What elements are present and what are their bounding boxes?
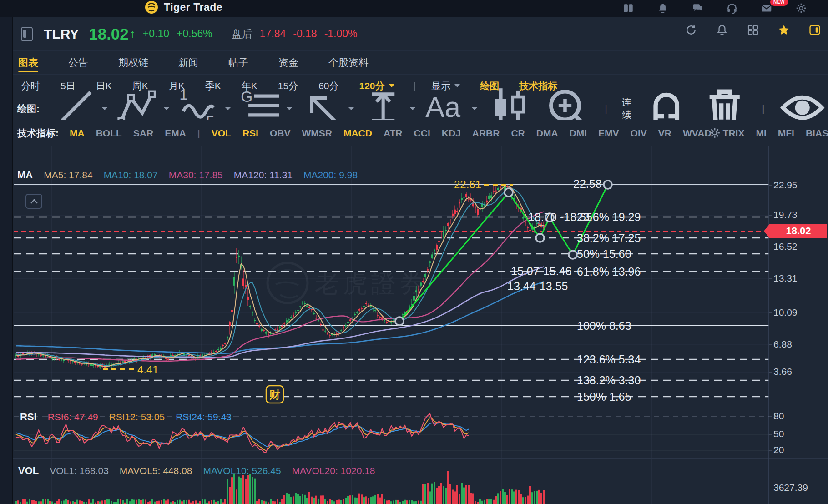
tab-6[interactable]: 资金 [278,51,298,75]
chevron-down-icon [472,107,477,110]
price-change: +0.10 [143,28,169,40]
refresh-icon[interactable] [685,24,697,36]
indicator-bar-label: 技术指标: [13,127,59,140]
period-分时[interactable]: 分时 [21,80,40,92]
finance-badge: 财 [269,388,280,401]
drawing-anchor-point [395,317,404,325]
tab-4[interactable]: 新闻 [178,51,198,75]
indicator-OIV[interactable]: OIV [631,128,647,139]
fib-level-label: 61.8% 13.96 [577,265,641,278]
divider: | [762,103,765,115]
divider: | [605,103,607,115]
indicator-MA[interactable]: MA [70,128,85,139]
axis-tick-label: 50 [773,428,784,439]
chevron-down-icon [410,107,415,110]
chart-annotation: 15.07-15.46 [511,265,571,277]
afterhours-change: -0.18 [293,28,317,40]
chart-annotation: 22.61 [454,178,481,191]
axis-tick-label: 80 [773,411,784,422]
afterhours-label: 盘后 [232,27,252,41]
fib-level-label: 50% 15.60 [577,247,631,260]
indicator-BIAS[interactable]: BIAS [806,128,828,139]
svg-text:Aa: Aa [426,91,461,123]
indicator-WVAD[interactable]: WVAD [683,128,712,139]
watchlist-panel-icon[interactable] [21,27,33,41]
drawing-anchor-point [604,181,612,189]
axis-tick-label: 13.31 [773,273,798,284]
headset-icon[interactable] [726,2,738,14]
symbol: TLRY [44,26,79,42]
chat-icon[interactable] [692,2,703,14]
vol-legend-item: MAVOL10: 526.45 [203,465,281,476]
ma-legend-item: MA200: 9.98 [303,170,358,181]
favorite-star-icon[interactable] [778,24,790,36]
indicator-CCI[interactable]: CCI [414,128,430,139]
period-label: 分时 [21,80,40,92]
ma-legend-title: MA [17,169,33,181]
indicator-WMSR[interactable]: WMSR [302,128,332,139]
chart-annotation: 4.41 [137,363,159,376]
tab-3[interactable]: 期权链 [118,51,148,75]
indicator-ATR[interactable]: ATR [384,128,403,139]
indicator-TRIX[interactable]: TRIX [723,128,745,139]
tab-5[interactable]: 帖子 [228,51,248,75]
app-titlebar: Tiger Trade NEW [0,0,828,17]
indicator-settings-gear-icon[interactable] [709,127,721,139]
indicator-MFI[interactable]: MFI [778,128,794,139]
zigzag-drawing [399,185,608,321]
indicator-RSI[interactable]: RSI [242,128,258,139]
tab-2[interactable]: 公告 [68,51,88,75]
indicator-MACD[interactable]: MACD [343,128,372,139]
alert-bell-icon[interactable] [716,24,728,36]
tiger-logo-icon [145,0,158,14]
last-price: 18.02 [89,25,129,43]
chevron-down-icon [287,107,292,110]
svg-text:1: 1 [179,86,188,103]
fib-level-label: 23.6% 19.29 [577,211,641,223]
drawing-anchor-point [505,188,513,197]
indicator-EMV[interactable]: EMV [598,128,619,139]
ma-legend-item: MA120: 11.31 [234,170,293,181]
collapse-panel-button[interactable] [25,194,42,209]
vol-legend-item: MAVOL20: 1020.18 [292,465,375,476]
chart-annotation: -18.55 [560,211,592,223]
tab-7[interactable]: 个股资料 [328,51,369,75]
grid-icon[interactable] [747,24,759,36]
chevron-down-icon [164,107,169,110]
indicator-OBV[interactable]: OBV [270,128,291,139]
watermark-text: 老虎證券 [315,270,428,297]
axis-tick-label: 6.88 [773,339,792,350]
rsi-legend-item: RSI6: 47.49 [48,412,98,423]
indicator-SAR[interactable]: SAR [133,128,153,139]
indicator-ARBR[interactable]: ARBR [472,128,500,139]
workspace-icon[interactable] [622,2,634,14]
axis-tick-label: 19.73 [773,209,798,220]
afterhours-price: 17.84 [260,28,286,40]
indicator-CR[interactable]: CR [511,128,525,139]
axis-tick-label: 16.52 [773,241,798,252]
indicator-EMA[interactable]: EMA [165,128,186,139]
indicator-VOL[interactable]: VOL [212,128,231,139]
rsi-legend-item: RSI12: 53.05 [109,412,165,423]
axis-tick-label: 10.09 [773,307,798,318]
tab-1[interactable]: 图表 [18,51,38,75]
axis-tick-label: 22.95 [773,180,798,191]
gear-icon[interactable] [795,2,807,14]
current-price-tag: 18.02 [770,224,827,238]
indicator-VR[interactable]: VR [658,128,671,139]
svg-text:G: G [241,88,252,105]
indicator-DMI[interactable]: DMI [570,128,587,139]
indicator-MI[interactable]: MI [756,128,766,139]
drawing-toolbar-label: 绘图: [13,102,40,115]
vol-legend-item: VOL1: 168.03 [50,465,109,476]
indicator-BOLL[interactable]: BOLL [96,128,122,139]
bell-icon[interactable] [657,2,669,14]
fib-level-label: 138.2% 3.30 [577,374,641,387]
indicator-KDJ[interactable]: KDJ [442,128,461,139]
panel-toggle-icon[interactable] [808,24,821,36]
continuous-drawing-toggle[interactable]: 连续 [622,96,631,121]
vol-legend-item: MAVOL5: 448.08 [120,465,192,476]
vol-legend: VOLVOL1: 168.03MAVOL5: 448.08MAVOL10: 52… [18,465,375,477]
indicator-DMA[interactable]: DMA [536,128,558,139]
rsi-legend-title: RSI [20,411,37,423]
